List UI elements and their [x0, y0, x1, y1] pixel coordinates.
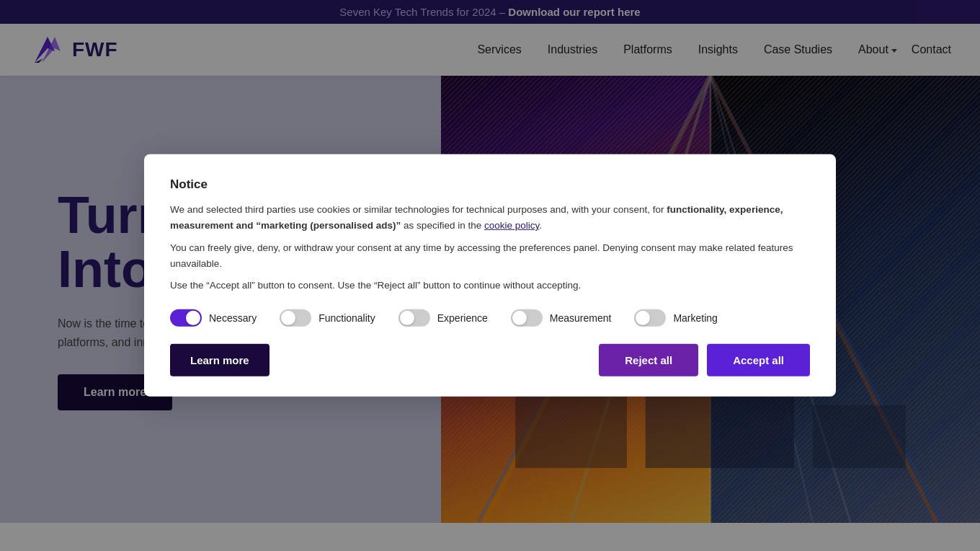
toggle-necessary-switch[interactable] [170, 309, 202, 327]
toggle-functionality: Functionality [280, 309, 375, 327]
cookie-body-3: Use the “Accept all” button to consent. … [170, 278, 810, 294]
cookie-reject-button[interactable]: Reject all [599, 344, 698, 376]
cookie-body-1: We and selected third parties use cookie… [170, 202, 810, 234]
toggle-functionality-switch[interactable] [280, 309, 311, 327]
cookie-policy-link[interactable]: cookie policy [484, 220, 539, 231]
toggle-measurement-label: Measurement [550, 312, 612, 324]
cookie-accept-button[interactable]: Accept all [707, 344, 810, 376]
toggle-knob [400, 311, 414, 325]
toggle-necessary: Necessary [170, 309, 257, 327]
toggle-necessary-label: Necessary [209, 312, 257, 324]
cookie-title: Notice [170, 177, 810, 192]
toggle-functionality-label: Functionality [318, 312, 375, 324]
cookie-learn-button[interactable]: Learn more [170, 344, 270, 376]
cookie-modal: Notice We and selected third parties use… [144, 154, 836, 397]
cookie-right-buttons: Reject all Accept all [599, 344, 810, 376]
toggle-marketing-label: Marketing [673, 312, 717, 324]
toggle-experience-label: Experience [437, 312, 488, 324]
toggle-knob [186, 311, 200, 325]
toggle-measurement-switch[interactable] [511, 309, 543, 327]
cookie-toggles: Necessary Functionality Experience Measu… [170, 309, 810, 327]
toggle-measurement: Measurement [511, 309, 612, 327]
toggle-experience-switch[interactable] [398, 309, 430, 327]
cookie-body-2: You can freely give, deny, or withdraw y… [170, 239, 810, 272]
toggle-knob [636, 311, 650, 325]
toggle-knob [512, 311, 527, 325]
toggle-experience: Experience [398, 309, 488, 327]
cookie-actions: Learn more Reject all Accept all [170, 344, 810, 376]
toggle-marketing: Marketing [634, 309, 717, 327]
toggle-marketing-switch[interactable] [634, 309, 666, 327]
toggle-knob [281, 311, 295, 325]
